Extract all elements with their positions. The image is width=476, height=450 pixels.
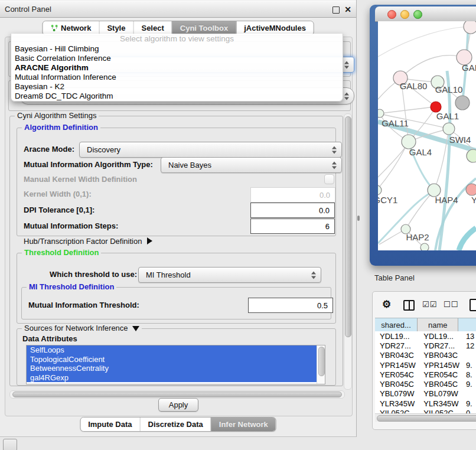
gear-icon[interactable]: ⚙	[382, 299, 391, 311]
network-view-window[interactable]: GALGAL80GAL10GAL1GAL11GAL4SWI4GCY1HAP4YH…	[370, 5, 476, 266]
column-header-name[interactable]: name	[418, 318, 458, 332]
settings-horizontal-scrollbar[interactable]	[9, 390, 345, 399]
attribute-item-betweennesscentrality[interactable]: BetweennessCentrality	[27, 364, 317, 373]
network-edge	[380, 107, 434, 113]
algorithm-option-mutual-information-inference[interactable]: Mutual Information Inference	[11, 73, 343, 82]
table-row[interactable]: YBR043CYBR043C	[375, 351, 476, 360]
attributes-scrollbar[interactable]	[317, 345, 325, 384]
tab-network[interactable]: Network	[43, 21, 99, 35]
table-cell: YBR045C	[419, 380, 461, 389]
node-label-gal4: GAL4	[409, 147, 432, 157]
panel-grip-button[interactable]	[3, 439, 17, 450]
node-label-gcy1: GCY1	[378, 195, 397, 205]
mi-steps-value: 6	[325, 222, 330, 231]
node-y[interactable]	[466, 184, 476, 195]
table-horizontal-scrollbar-thumb[interactable]	[377, 415, 476, 422]
algorithm-definition-legend: Algorithm Definition	[22, 123, 100, 132]
attribute-item-gal4rgexp[interactable]: gal4RGexp	[27, 373, 317, 383]
table-row[interactable]: YIL052CYIL052C0.	[375, 408, 476, 413]
minimize-traffic-light-icon[interactable]	[400, 10, 409, 19]
tab-label: Network	[61, 24, 91, 32]
tab-select[interactable]: Select	[133, 21, 171, 35]
tab-style[interactable]: Style	[99, 21, 133, 35]
node-swi4[interactable]	[467, 149, 476, 162]
table-cell: 12	[461, 341, 476, 350]
column-header-shared[interactable]: shared...	[375, 318, 418, 332]
node-label-gal: GAL	[462, 63, 476, 73]
node-unlabeled[interactable]	[455, 96, 470, 110]
table-row[interactable]: YDL19...YDL19...13	[375, 331, 476, 341]
algorithm-option-aracne-algorithm[interactable]: ARACNE Algorithm	[11, 63, 343, 73]
settings-horizontal-scrollbar-thumb[interactable]	[12, 392, 342, 397]
algorithm-option-dream8-dc-tdc-algorithm[interactable]: Dream8 DC_TDC Algorithm	[11, 92, 343, 101]
close-icon[interactable]: ✕	[344, 4, 351, 15]
apply-button[interactable]: Apply	[158, 398, 198, 412]
column-header-partial[interactable]	[458, 318, 476, 332]
tab-label: Style	[107, 24, 125, 32]
algorithm-option-bayesian-k2[interactable]: Bayesian - K2	[11, 82, 343, 92]
expand-right-icon[interactable]	[147, 237, 152, 244]
mi-type-combobox[interactable]: Naive Bayes	[161, 157, 342, 173]
select-all-checkboxes-icon[interactable]: ☑☑	[422, 300, 437, 309]
table-cell: YDL19...	[375, 332, 419, 341]
algorithm-option-bayesian-hill-climbing[interactable]: Bayesian - Hill Climbing	[11, 44, 343, 54]
attributes-scrollbar-thumb[interactable]	[318, 347, 325, 376]
cyni-settings-legend: Cyni Algorithm Settings	[15, 111, 99, 120]
attribute-item-topologicalcoefficient[interactable]: TopologicalCoefficient	[27, 355, 317, 364]
aracne-mode-combobox[interactable]: Discovery	[79, 142, 342, 158]
zoom-traffic-light-icon[interactable]	[413, 10, 422, 19]
settings-vertical-scrollbar-thumb[interactable]	[345, 116, 351, 337]
node-label-hap2: HAP2	[406, 232, 429, 242]
network-edge	[439, 71, 450, 250]
tab-infer-network[interactable]: Infer Network	[211, 418, 276, 431]
table-cell: YIL052C	[419, 409, 461, 413]
split-columns-icon[interactable]	[403, 300, 415, 311]
network-window-titlebar[interactable]	[375, 6, 476, 22]
combo-arrows-icon	[344, 92, 349, 100]
table-horizontal-scrollbar[interactable]	[375, 413, 476, 422]
tab-cyni-toolbox[interactable]: Cyni Toolbox	[172, 21, 236, 35]
hub-definition-toggle[interactable]: Hub/Transcription Factor Definition	[24, 234, 152, 249]
tab-label: Infer Network	[219, 420, 268, 429]
which-threshold-label: Which threshold to use:	[50, 267, 137, 282]
dpi-tolerance-field[interactable]: 0.0	[250, 203, 335, 218]
node-unlabeled[interactable]	[420, 243, 429, 250]
node-gcy1[interactable]	[378, 185, 382, 195]
tab-jactivemnodules[interactable]: jActiveMNodules	[236, 21, 314, 35]
table-cell: YLR345W	[419, 399, 461, 408]
data-attributes-listbox[interactable]: SelfLoopsTopologicalCoefficientBetweenne…	[26, 345, 325, 384]
close-traffic-light-icon[interactable]	[387, 10, 396, 19]
which-threshold-combobox[interactable]: MI Threshold	[138, 267, 321, 283]
attribute-item-selfloops[interactable]: SelfLoops	[27, 345, 317, 355]
node-gal11[interactable]	[378, 109, 384, 118]
which-threshold-value: MI Threshold	[146, 270, 191, 279]
kernel-width-field[interactable]: 0.0	[250, 187, 335, 203]
manual-kernel-checkbox[interactable]	[324, 174, 334, 184]
tab-discretize-data[interactable]: Discretize Data	[140, 418, 211, 431]
network-edge	[400, 56, 464, 78]
table-row[interactable]: YDR27...YDR27...12	[375, 341, 476, 350]
algorithm-option-basic-correlation-inference[interactable]: Basic Correlation Inference	[11, 54, 343, 63]
settings-vertical-scrollbar[interactable]	[344, 113, 352, 390]
document-icon[interactable]	[470, 299, 476, 311]
combo-arrows-icon	[311, 271, 316, 279]
split-pane-divider[interactable]	[357, 216, 360, 221]
mi-steps-field[interactable]: 6	[250, 219, 335, 234]
table-row[interactable]: YBL079WYBL079W	[375, 389, 476, 399]
table-row[interactable]: YPR145WYPR145W9.	[375, 360, 476, 370]
collapse-down-icon[interactable]	[132, 326, 139, 331]
node-unlabeled[interactable]	[464, 21, 476, 34]
tab-label: Cyni Toolbox	[180, 24, 228, 32]
mi-threshold-field[interactable]: 0.5	[248, 298, 333, 313]
threshold-definition-legend: Threshold Definition	[22, 248, 101, 257]
table-row[interactable]: YBR045CYBR045C9.	[375, 379, 476, 389]
node-gal1[interactable]	[443, 123, 455, 135]
table-row[interactable]: YLR345WYLR345W9.	[375, 399, 476, 408]
deselect-all-checkboxes-icon[interactable]: ☐☐	[444, 300, 458, 309]
tab-impute-data[interactable]: Impute Data	[80, 418, 139, 431]
table-row[interactable]: YER054CYER054C8.	[375, 370, 476, 379]
kernel-width-value: 0.0	[319, 191, 330, 200]
network-canvas[interactable]: GALGAL80GAL10GAL1GAL11GAL4SWI4GCY1HAP4YH…	[378, 21, 476, 250]
float-window-icon[interactable]	[332, 6, 340, 14]
node-label-gal1: GAL1	[436, 111, 459, 121]
